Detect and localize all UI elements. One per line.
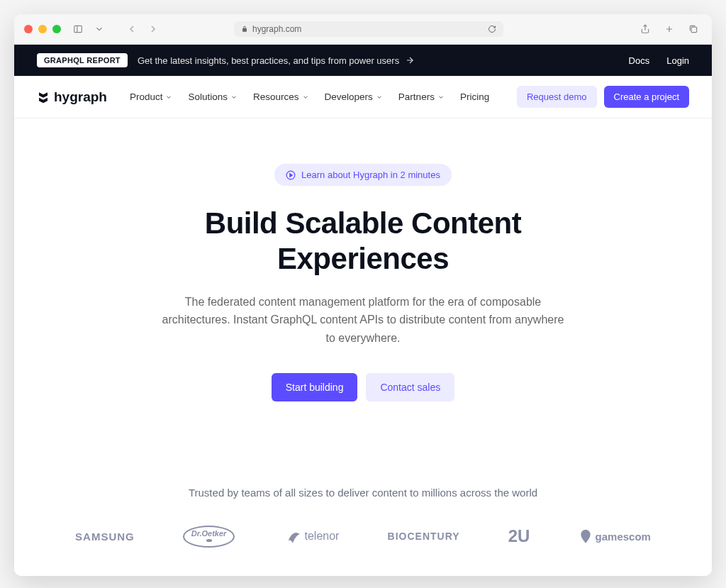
telenor-icon bbox=[284, 527, 302, 545]
svg-point-9 bbox=[206, 538, 211, 541]
oetker-crest-icon bbox=[204, 538, 214, 543]
browser-chrome: hygraph.com bbox=[14, 14, 712, 45]
play-icon bbox=[286, 170, 296, 180]
share-icon[interactable] bbox=[637, 21, 654, 37]
nav-item-label: Resources bbox=[253, 91, 299, 102]
chevron-down-icon[interactable] bbox=[91, 21, 108, 37]
trusted-section: Trusted by teams of all sizes to deliver… bbox=[14, 430, 712, 576]
site-content: GRAPHQL REPORT Get the latest insights, … bbox=[14, 45, 712, 576]
forward-button[interactable] bbox=[143, 21, 163, 37]
chevron-down-icon bbox=[165, 94, 172, 101]
nav-item-product[interactable]: Product bbox=[130, 91, 173, 102]
oetker-text: Dr.Oetker bbox=[191, 530, 227, 538]
tabs-icon[interactable] bbox=[685, 21, 702, 37]
svg-marker-8 bbox=[290, 173, 293, 177]
nav-items: Product Solutions Resources Developers P… bbox=[130, 91, 489, 102]
minimize-window-button[interactable] bbox=[38, 25, 47, 33]
sidebar-icon[interactable] bbox=[69, 21, 86, 37]
start-building-button[interactable]: Start building bbox=[272, 373, 358, 401]
chrome-right-actions bbox=[637, 21, 702, 37]
main-nav: hygraph Product Solutions Resources Deve… bbox=[14, 76, 712, 118]
hero-ctas: Start building Contact sales bbox=[37, 373, 689, 401]
svg-rect-0 bbox=[74, 26, 82, 32]
announcement-badge: GRAPHQL REPORT bbox=[37, 53, 128, 67]
announcement-right: Docs Login bbox=[629, 55, 689, 66]
url-text: hygraph.com bbox=[252, 24, 301, 34]
nav-item-label: Pricing bbox=[460, 91, 489, 102]
contact-sales-button[interactable]: Contact sales bbox=[366, 373, 454, 401]
logo-text: hygraph bbox=[54, 89, 107, 105]
login-link[interactable]: Login bbox=[666, 55, 689, 66]
svg-point-10 bbox=[583, 533, 586, 536]
hero: Learn about Hygraph in 2 minutes Build S… bbox=[14, 118, 712, 430]
nav-item-solutions[interactable]: Solutions bbox=[188, 91, 238, 102]
lock-icon bbox=[241, 26, 248, 33]
learn-pill[interactable]: Learn about Hygraph in 2 minutes bbox=[274, 164, 452, 186]
chevron-down-icon bbox=[437, 94, 445, 101]
trusted-title: Trusted by teams of all sizes to deliver… bbox=[37, 487, 689, 499]
nav-cta: Request demo Create a project bbox=[517, 86, 689, 108]
close-window-button[interactable] bbox=[24, 25, 33, 33]
chevron-down-icon bbox=[302, 94, 309, 101]
browser-window: hygraph.com GRAPHQL REPORT Get the lates… bbox=[14, 14, 712, 576]
logo-icon bbox=[37, 91, 50, 104]
nav-item-label: Developers bbox=[325, 91, 373, 102]
back-button[interactable] bbox=[122, 21, 142, 37]
nav-item-label: Product bbox=[130, 91, 163, 102]
logo-2u: 2U bbox=[508, 526, 530, 546]
docs-link[interactable]: Docs bbox=[629, 55, 650, 66]
nav-item-resources[interactable]: Resources bbox=[253, 91, 309, 102]
traffic-lights bbox=[24, 25, 61, 33]
sidebar-toggle-group bbox=[69, 21, 108, 37]
logo-oetker: Dr.Oetker bbox=[183, 526, 235, 548]
hero-subheading: The federated content management platfor… bbox=[161, 293, 565, 348]
announcement-text: Get the latest insights, best practices,… bbox=[138, 55, 399, 66]
new-tab-icon[interactable] bbox=[661, 21, 678, 37]
nav-item-pricing[interactable]: Pricing bbox=[460, 91, 489, 102]
hero-heading: Build Scalable Content Experiences bbox=[136, 206, 590, 277]
logo[interactable]: hygraph bbox=[37, 89, 107, 105]
logo-telenor: telenor bbox=[284, 527, 340, 545]
nav-arrows bbox=[122, 21, 163, 37]
logo-gamescom: gamescom bbox=[579, 529, 651, 543]
chevron-down-icon bbox=[376, 94, 383, 101]
nav-item-label: Partners bbox=[398, 91, 435, 102]
svg-rect-5 bbox=[691, 27, 697, 33]
arrow-right-icon bbox=[405, 55, 415, 65]
announcement-bar: GRAPHQL REPORT Get the latest insights, … bbox=[14, 45, 712, 76]
gamescom-pin-icon bbox=[579, 529, 593, 543]
announcement-link[interactable]: Get the latest insights, best practices,… bbox=[138, 55, 415, 66]
address-bar[interactable]: hygraph.com bbox=[234, 21, 503, 37]
nav-item-label: Solutions bbox=[188, 91, 228, 102]
client-logos: SAMSUNG Dr.Oetker telenor BIOCENTURY 2U … bbox=[58, 526, 668, 548]
gamescom-text: gamescom bbox=[596, 531, 651, 543]
telenor-text: telenor bbox=[305, 530, 340, 543]
create-project-button[interactable]: Create a project bbox=[604, 86, 690, 108]
learn-pill-text: Learn about Hygraph in 2 minutes bbox=[301, 170, 440, 180]
nav-item-developers[interactable]: Developers bbox=[325, 91, 383, 102]
maximize-window-button[interactable] bbox=[52, 25, 61, 33]
refresh-icon[interactable] bbox=[488, 25, 496, 33]
logo-biocentury: BIOCENTURY bbox=[388, 531, 460, 542]
nav-item-partners[interactable]: Partners bbox=[398, 91, 445, 102]
chevron-down-icon bbox=[230, 94, 238, 101]
request-demo-button[interactable]: Request demo bbox=[517, 86, 597, 108]
logo-samsung: SAMSUNG bbox=[75, 531, 135, 543]
